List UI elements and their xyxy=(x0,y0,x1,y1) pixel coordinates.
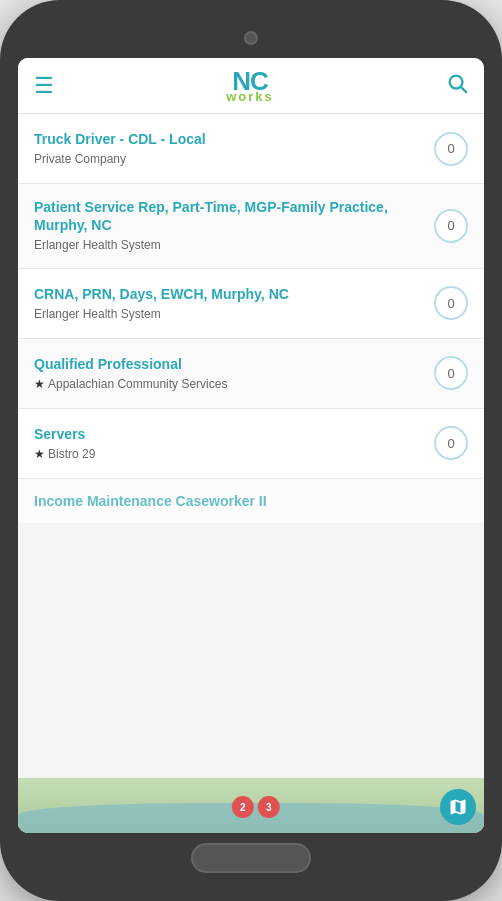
job-company: ★Appalachian Community Services xyxy=(34,377,422,393)
map-area: 2 3 xyxy=(18,778,484,833)
job-info: CRNA, PRN, Days, EWCH, Murphy, NC Erlang… xyxy=(34,285,434,323)
logo: NC works xyxy=(226,68,274,103)
list-item[interactable]: Qualified Professional ★Appalachian Comm… xyxy=(18,339,484,409)
list-item[interactable]: CRNA, PRN, Days, EWCH, Murphy, NC Erlang… xyxy=(18,269,484,339)
job-title: Qualified Professional xyxy=(34,355,422,373)
job-badge: 0 xyxy=(434,356,468,390)
svg-line-1 xyxy=(461,87,466,92)
camera xyxy=(244,31,258,45)
map-marker-cluster: 2 3 xyxy=(232,796,280,818)
phone-bottom-bar xyxy=(18,833,484,883)
list-item[interactable]: Patient Service Rep, Part-Time, MGP-Fami… xyxy=(18,184,484,269)
job-info: Truck Driver - CDL - Local Private Compa… xyxy=(34,130,434,168)
phone-top-bar xyxy=(18,18,484,58)
job-title: Servers xyxy=(34,425,422,443)
job-info: Qualified Professional ★Appalachian Comm… xyxy=(34,355,434,393)
job-title-partial: Income Maintenance Caseworker II xyxy=(34,493,456,509)
job-badge: 0 xyxy=(434,286,468,320)
job-title: Truck Driver - CDL - Local xyxy=(34,130,422,148)
job-company: Erlanger Health System xyxy=(34,238,422,254)
job-company: ★Bistro 29 xyxy=(34,447,422,463)
menu-icon[interactable]: ☰ xyxy=(34,75,54,97)
cluster-dot-red: 2 xyxy=(232,796,254,818)
job-list: Truck Driver - CDL - Local Private Compa… xyxy=(18,114,484,778)
phone-screen: ☰ NC works Truck Driver - CDL - Local Pr… xyxy=(18,58,484,833)
app-header: ☰ NC works xyxy=(18,58,484,114)
job-info: Servers ★Bistro 29 xyxy=(34,425,434,463)
cluster-dot-red2: 3 xyxy=(258,796,280,818)
job-badge: 0 xyxy=(434,426,468,460)
star-icon: ★ xyxy=(34,377,45,391)
home-button[interactable] xyxy=(191,843,311,873)
job-company: Erlanger Health System xyxy=(34,307,422,323)
phone-frame: ☰ NC works Truck Driver - CDL - Local Pr… xyxy=(0,0,502,901)
job-info: Patient Service Rep, Part-Time, MGP-Fami… xyxy=(34,198,434,254)
job-company: Private Company xyxy=(34,152,422,168)
list-item[interactable]: Servers ★Bistro 29 0 xyxy=(18,409,484,479)
job-title: Patient Service Rep, Part-Time, MGP-Fami… xyxy=(34,198,422,234)
logo-works: works xyxy=(226,90,274,103)
star-icon: ★ xyxy=(34,447,45,461)
job-info: Income Maintenance Caseworker II xyxy=(34,493,468,509)
map-toggle-icon[interactable] xyxy=(440,789,476,825)
search-icon[interactable] xyxy=(446,72,468,100)
list-item-partial[interactable]: Income Maintenance Caseworker II xyxy=(18,479,484,523)
list-item[interactable]: Truck Driver - CDL - Local Private Compa… xyxy=(18,114,484,184)
job-title: CRNA, PRN, Days, EWCH, Murphy, NC xyxy=(34,285,422,303)
job-badge: 0 xyxy=(434,209,468,243)
job-badge: 0 xyxy=(434,132,468,166)
